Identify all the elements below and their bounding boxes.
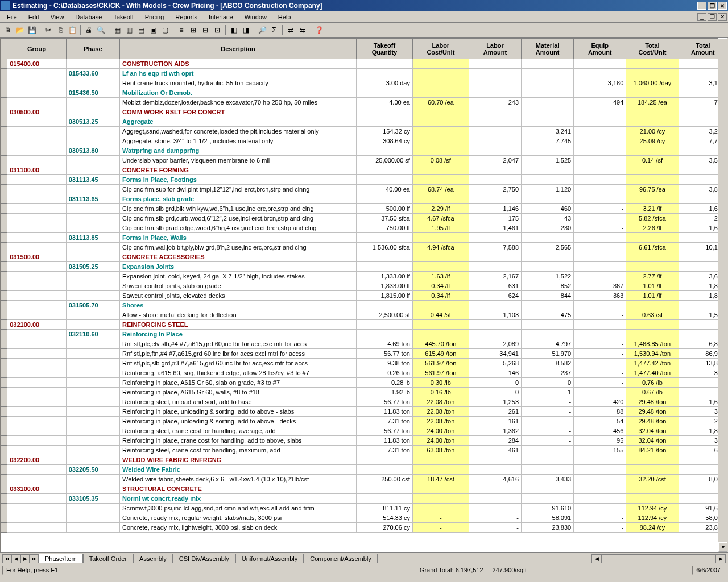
row-header[interactable] [1,98,7,107]
labor-amt-cell[interactable]: 5,268 [469,359,521,368]
equip-amt-cell[interactable]: - [574,272,626,281]
table-row[interactable]: Reinforcing steel, unload and sort, add … [1,397,727,407]
group-cell[interactable] [7,339,66,349]
row-header[interactable] [1,397,7,407]
table-row[interactable]: Aggregt,sand,washed,for concrete,loaded … [1,127,727,136]
labor-cu-cell[interactable]: 0.30 /lb [412,378,469,388]
desc-cell[interactable]: Reinforcing in place, unloading & sortin… [120,407,357,417]
table-row[interactable]: 030513.25Aggregate [1,117,727,127]
desc-cell[interactable]: Underslab vapor barrier, visqueen membra… [120,156,357,165]
mat-amt-cell[interactable]: 7,745 [522,136,574,146]
labor-cu-cell[interactable]: - [412,523,469,533]
group-cell[interactable] [7,291,66,301]
tab-first-icon[interactable]: ⏮ [2,554,11,563]
phase-cell[interactable] [66,204,119,214]
table-row[interactable]: Reinforcing, a615 60, sog, thickened edg… [1,368,727,378]
phase-cell[interactable] [66,484,119,494]
table-row[interactable]: 015433.60Lf an hs eqp rtl wth oprt [1,69,727,78]
total-cu-cell[interactable]: 6.61 /sfca [626,243,679,252]
phase-cell[interactable] [66,223,119,233]
phase-cell[interactable]: 015436.50 [66,88,119,98]
menu-reports[interactable]: Reports [169,13,203,22]
phase-cell[interactable] [66,214,119,223]
tab-next-icon[interactable]: ▶ [20,554,30,563]
row-header[interactable] [1,214,7,223]
labor-amt-cell[interactable]: 146 [469,368,521,378]
qty-cell[interactable]: 811.11 cy [356,504,412,513]
table-row[interactable]: Scrnmwt,3000 psi,inc lcl agg,snd,prt cmn… [1,504,727,513]
qty-cell[interactable]: 500.00 lf [356,204,412,214]
qty-cell[interactable]: 250.00 csf [356,475,412,484]
qty-cell[interactable]: 2,500.00 sf [356,310,412,320]
mat-amt-cell[interactable]: 1,522 [522,272,574,281]
qty-cell[interactable]: 154.32 cy [356,127,412,136]
tool-icon[interactable]: ⇄ [285,24,296,36]
qty-cell[interactable]: 7.31 ton [356,417,412,426]
desc-cell[interactable]: Expansion Joints [120,262,357,272]
desc-cell[interactable]: Cip cnc frm,slb grd,blk wth kyw,wd,6"h,1… [120,204,357,214]
sum-icon[interactable]: Σ [268,24,280,36]
labor-cu-cell[interactable]: 68.74 /ea [412,185,469,194]
table-row[interactable]: Moblzt demblz,dozer,loader,backhoe excav… [1,98,727,107]
equip-amt-cell[interactable]: - [574,214,626,223]
row-header[interactable] [1,388,7,397]
tab-phase-item[interactable]: Phase/Item [39,554,83,563]
row-header[interactable] [1,204,7,214]
table-row[interactable]: Concrete, ready mix, lightweight, 3000 p… [1,523,727,533]
col-total-amount[interactable]: TotalAmount [679,39,727,59]
labor-cu-cell[interactable]: 24.00 /ton [412,426,469,436]
labor-amt-cell[interactable]: 284 [469,436,521,446]
phase-cell[interactable] [66,349,119,359]
row-header[interactable] [1,194,7,204]
row-header[interactable] [1,78,7,88]
phase-cell[interactable] [66,417,119,426]
table-row[interactable]: Reinforcing steel, crane cost for handli… [1,446,727,455]
labor-amt-cell[interactable]: 631 [469,281,521,291]
phase-cell[interactable] [66,156,119,165]
new-icon[interactable]: 🗎 [2,24,14,36]
tool-icon[interactable]: ⊟ [200,24,211,36]
desc-cell[interactable]: Sawcut control joints, elevated decks [120,291,357,301]
table-row[interactable]: Reinforcing steel, crane cost for handli… [1,426,727,436]
desc-cell[interactable]: COMM WORK RSLT FOR CONCRT [120,107,357,117]
labor-cu-cell[interactable]: 0.08 /sf [412,156,469,165]
labor-cu-cell[interactable]: - [412,78,469,88]
qty-cell[interactable]: 7.31 ton [356,446,412,455]
total-cu-cell[interactable]: 29.48 /ton [626,397,679,407]
phase-cell[interactable]: 032205.50 [66,465,119,475]
labor-amt-cell[interactable]: 1,362 [469,426,521,436]
desc-cell[interactable]: Reinforcing in place, crane cost for han… [120,436,357,446]
row-header[interactable] [1,165,7,175]
total-cu-cell[interactable]: 1,060.00 /day [626,78,679,88]
phase-cell[interactable]: 033105.35 [66,494,119,504]
mdi-close-button[interactable]: ✕ [718,13,727,21]
group-cell[interactable] [7,475,66,484]
table-row[interactable]: 030513.80Watrprfng and dampprfng [1,146,727,156]
total-cu-cell[interactable]: 0.67 /lb [626,388,679,397]
minimize-button[interactable]: _ [697,2,706,10]
labor-amt-cell[interactable]: - [469,523,521,533]
table-row[interactable]: Allow - shore metal decking for deflecti… [1,310,727,320]
total-cu-cell[interactable]: 112.94 /cy [626,504,679,513]
table-row[interactable]: 032100.00REINFORCING STEEL [1,320,727,330]
vertical-scrollbar[interactable]: ▲ ▼ [718,38,727,552]
table-row[interactable]: 030500.00COMM WORK RSLT FOR CONCRT [1,107,727,117]
labor-amt-cell[interactable]: - [469,136,521,146]
labor-amt-cell[interactable]: 2,750 [469,185,521,194]
table-row[interactable]: 015436.50Mobilization Or Demob. [1,88,727,98]
total-cu-cell[interactable]: 3.21 /lf [626,204,679,214]
phase-cell[interactable] [66,475,119,484]
desc-cell[interactable]: Welded wire fabric,sheets,deck,6 x 6 - w… [120,475,357,484]
equip-amt-cell[interactable]: 88 [574,407,626,417]
desc-cell[interactable]: Aggregate, stone, 3/4" to 1-1/2", includ… [120,136,357,146]
desc-cell[interactable]: Reinforcing in place, A615 Gr 60, walls,… [120,388,357,397]
menu-file[interactable]: File [1,13,23,22]
table-row[interactable]: Aggregate, stone, 3/4" to 1-1/2", includ… [1,136,727,146]
row-header[interactable] [1,252,7,262]
total-cu-cell[interactable]: 1.01 /lf [626,291,679,301]
row-header[interactable] [1,59,7,69]
phase-cell[interactable] [66,320,119,330]
total-cu-cell[interactable]: 29.48 /ton [626,417,679,426]
group-cell[interactable] [7,262,66,272]
mat-amt-cell[interactable]: 91,610 [522,504,574,513]
